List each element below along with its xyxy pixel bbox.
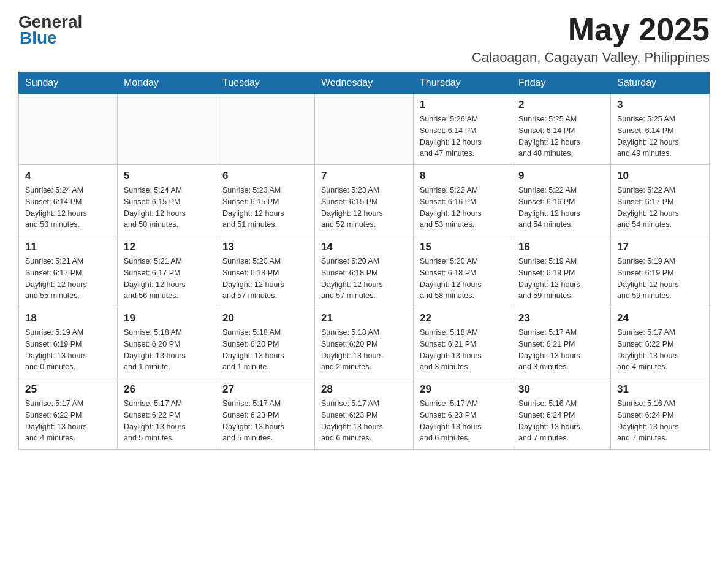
calendar-cell: 25Sunrise: 5:17 AM Sunset: 6:22 PM Dayli…: [19, 378, 118, 450]
weekday-header-sunday: Sunday: [19, 72, 118, 94]
day-number: 10: [617, 170, 703, 182]
day-info: Sunrise: 5:17 AM Sunset: 6:22 PM Dayligh…: [617, 327, 703, 373]
title-block: May 2025 Calaoagan, Cagayan Valley, Phil…: [472, 12, 710, 66]
calendar-table: SundayMondayTuesdayWednesdayThursdayFrid…: [18, 72, 710, 450]
weekday-header-tuesday: Tuesday: [216, 72, 315, 94]
calendar-cell: 23Sunrise: 5:17 AM Sunset: 6:21 PM Dayli…: [512, 307, 611, 378]
day-number: 1: [420, 99, 506, 111]
day-info: Sunrise: 5:25 AM Sunset: 6:14 PM Dayligh…: [617, 113, 703, 159]
day-info: Sunrise: 5:19 AM Sunset: 6:19 PM Dayligh…: [617, 256, 703, 302]
day-info: Sunrise: 5:21 AM Sunset: 6:17 PM Dayligh…: [124, 256, 210, 302]
day-info: Sunrise: 5:22 AM Sunset: 6:16 PM Dayligh…: [518, 185, 604, 231]
day-number: 15: [420, 241, 506, 253]
calendar-cell: 15Sunrise: 5:20 AM Sunset: 6:18 PM Dayli…: [414, 236, 512, 307]
calendar-cell: 4Sunrise: 5:24 AM Sunset: 6:14 PM Daylig…: [19, 165, 118, 236]
day-number: 8: [420, 170, 506, 182]
calendar-cell: 26Sunrise: 5:17 AM Sunset: 6:22 PM Dayli…: [118, 378, 216, 450]
week-row-3: 11Sunrise: 5:21 AM Sunset: 6:17 PM Dayli…: [19, 236, 710, 307]
day-number: 24: [617, 312, 703, 324]
day-info: Sunrise: 5:18 AM Sunset: 6:20 PM Dayligh…: [124, 327, 210, 373]
day-info: Sunrise: 5:16 AM Sunset: 6:24 PM Dayligh…: [617, 398, 703, 444]
calendar-cell: 30Sunrise: 5:16 AM Sunset: 6:24 PM Dayli…: [512, 378, 611, 450]
day-info: Sunrise: 5:18 AM Sunset: 6:20 PM Dayligh…: [222, 327, 308, 373]
day-number: 21: [321, 312, 407, 324]
day-info: Sunrise: 5:19 AM Sunset: 6:19 PM Dayligh…: [25, 327, 111, 373]
calendar-cell: 2Sunrise: 5:25 AM Sunset: 6:14 PM Daylig…: [512, 94, 611, 165]
calendar-cell: 27Sunrise: 5:17 AM Sunset: 6:23 PM Dayli…: [216, 378, 315, 450]
calendar-cell: 9Sunrise: 5:22 AM Sunset: 6:16 PM Daylig…: [512, 165, 611, 236]
calendar-cell: 22Sunrise: 5:18 AM Sunset: 6:21 PM Dayli…: [414, 307, 512, 378]
page-header: General Blue May 2025 Calaoagan, Cagayan…: [18, 12, 710, 66]
day-number: 3: [617, 99, 703, 111]
day-info: Sunrise: 5:25 AM Sunset: 6:14 PM Dayligh…: [518, 113, 604, 159]
calendar-cell: 5Sunrise: 5:24 AM Sunset: 6:15 PM Daylig…: [118, 165, 216, 236]
calendar-cell: 31Sunrise: 5:16 AM Sunset: 6:24 PM Dayli…: [611, 378, 710, 450]
calendar-cell: 20Sunrise: 5:18 AM Sunset: 6:20 PM Dayli…: [216, 307, 315, 378]
calendar-cell: 19Sunrise: 5:18 AM Sunset: 6:20 PM Dayli…: [118, 307, 216, 378]
day-info: Sunrise: 5:17 AM Sunset: 6:21 PM Dayligh…: [518, 327, 604, 373]
calendar-cell: 21Sunrise: 5:18 AM Sunset: 6:20 PM Dayli…: [315, 307, 414, 378]
day-number: 22: [420, 312, 506, 324]
day-number: 19: [124, 312, 210, 324]
day-info: Sunrise: 5:17 AM Sunset: 6:23 PM Dayligh…: [321, 398, 407, 444]
day-number: 23: [518, 312, 604, 324]
calendar-cell: [216, 94, 315, 165]
weekday-header-thursday: Thursday: [414, 72, 512, 94]
week-row-5: 25Sunrise: 5:17 AM Sunset: 6:22 PM Dayli…: [19, 378, 710, 450]
day-number: 7: [321, 170, 407, 182]
day-info: Sunrise: 5:16 AM Sunset: 6:24 PM Dayligh…: [518, 398, 604, 444]
day-info: Sunrise: 5:21 AM Sunset: 6:17 PM Dayligh…: [25, 256, 111, 302]
day-info: Sunrise: 5:19 AM Sunset: 6:19 PM Dayligh…: [518, 256, 604, 302]
calendar-cell: 8Sunrise: 5:22 AM Sunset: 6:16 PM Daylig…: [414, 165, 512, 236]
day-number: 5: [124, 170, 210, 182]
day-number: 29: [420, 383, 506, 396]
calendar-cell: 6Sunrise: 5:23 AM Sunset: 6:15 PM Daylig…: [216, 165, 315, 236]
day-info: Sunrise: 5:18 AM Sunset: 6:21 PM Dayligh…: [420, 327, 506, 373]
day-info: Sunrise: 5:20 AM Sunset: 6:18 PM Dayligh…: [321, 256, 407, 302]
calendar-cell: 17Sunrise: 5:19 AM Sunset: 6:19 PM Dayli…: [611, 236, 710, 307]
calendar-cell: [19, 94, 118, 165]
calendar-cell: 24Sunrise: 5:17 AM Sunset: 6:22 PM Dayli…: [611, 307, 710, 378]
calendar-cell: 11Sunrise: 5:21 AM Sunset: 6:17 PM Dayli…: [19, 236, 118, 307]
day-info: Sunrise: 5:17 AM Sunset: 6:23 PM Dayligh…: [420, 398, 506, 444]
day-info: Sunrise: 5:20 AM Sunset: 6:18 PM Dayligh…: [222, 256, 308, 302]
day-number: 18: [25, 312, 111, 324]
logo: General Blue: [18, 12, 82, 48]
day-info: Sunrise: 5:18 AM Sunset: 6:20 PM Dayligh…: [321, 327, 407, 373]
calendar-cell: 3Sunrise: 5:25 AM Sunset: 6:14 PM Daylig…: [611, 94, 710, 165]
calendar-cell: 13Sunrise: 5:20 AM Sunset: 6:18 PM Dayli…: [216, 236, 315, 307]
day-info: Sunrise: 5:26 AM Sunset: 6:14 PM Dayligh…: [420, 113, 506, 159]
day-info: Sunrise: 5:17 AM Sunset: 6:23 PM Dayligh…: [222, 398, 308, 444]
day-number: 26: [124, 383, 210, 396]
day-number: 13: [222, 241, 308, 253]
calendar-cell: 14Sunrise: 5:20 AM Sunset: 6:18 PM Dayli…: [315, 236, 414, 307]
week-row-4: 18Sunrise: 5:19 AM Sunset: 6:19 PM Dayli…: [19, 307, 710, 378]
weekday-header-wednesday: Wednesday: [315, 72, 414, 94]
calendar-cell: 1Sunrise: 5:26 AM Sunset: 6:14 PM Daylig…: [414, 94, 512, 165]
day-number: 16: [518, 241, 604, 253]
logo-blue-text: Blue: [20, 28, 57, 48]
weekday-header-monday: Monday: [118, 72, 216, 94]
calendar-cell: 28Sunrise: 5:17 AM Sunset: 6:23 PM Dayli…: [315, 378, 414, 450]
day-info: Sunrise: 5:22 AM Sunset: 6:17 PM Dayligh…: [617, 185, 703, 231]
month-title: May 2025: [472, 12, 710, 47]
weekday-header-friday: Friday: [512, 72, 611, 94]
calendar-cell: 18Sunrise: 5:19 AM Sunset: 6:19 PM Dayli…: [19, 307, 118, 378]
day-number: 30: [518, 383, 604, 396]
day-info: Sunrise: 5:20 AM Sunset: 6:18 PM Dayligh…: [420, 256, 506, 302]
day-info: Sunrise: 5:24 AM Sunset: 6:14 PM Dayligh…: [25, 185, 111, 231]
day-number: 9: [518, 170, 604, 182]
week-row-1: 1Sunrise: 5:26 AM Sunset: 6:14 PM Daylig…: [19, 94, 710, 165]
weekday-header-saturday: Saturday: [611, 72, 710, 94]
calendar-cell: 16Sunrise: 5:19 AM Sunset: 6:19 PM Dayli…: [512, 236, 611, 307]
day-number: 20: [222, 312, 308, 324]
day-number: 28: [321, 383, 407, 396]
location-title: Calaoagan, Cagayan Valley, Philippines: [472, 50, 710, 66]
day-info: Sunrise: 5:23 AM Sunset: 6:15 PM Dayligh…: [321, 185, 407, 231]
day-number: 31: [617, 383, 703, 396]
weekday-header-row: SundayMondayTuesdayWednesdayThursdayFrid…: [19, 72, 710, 94]
calendar-cell: [315, 94, 414, 165]
day-info: Sunrise: 5:17 AM Sunset: 6:22 PM Dayligh…: [25, 398, 111, 444]
day-number: 25: [25, 383, 111, 396]
day-number: 14: [321, 241, 407, 253]
